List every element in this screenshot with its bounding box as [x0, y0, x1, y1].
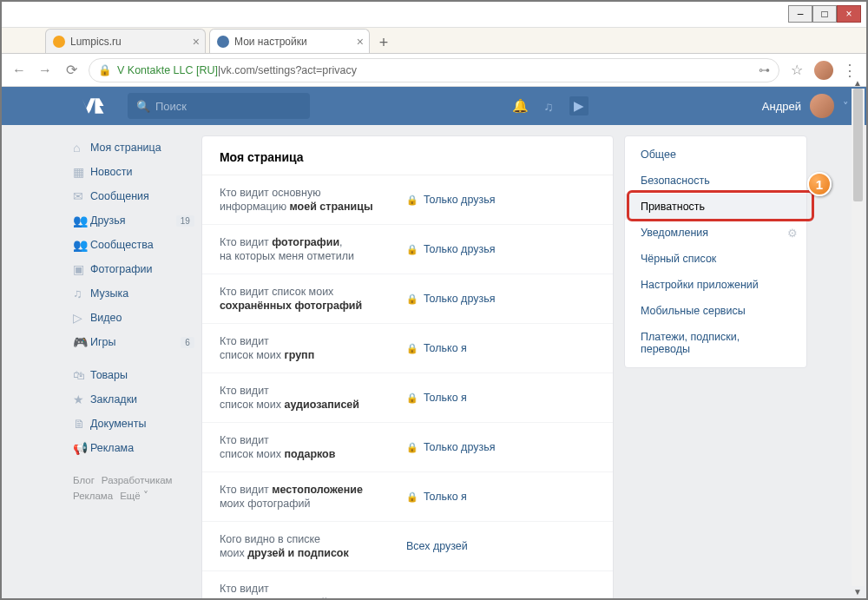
- play-icon[interactable]: ▶: [569, 96, 589, 115]
- right-col: ОбщееБезопасностьПриватностьУведомления⚙…: [624, 135, 807, 600]
- setting-label: Кто видитсписок моих групп: [220, 334, 406, 362]
- nav-icon: ▦: [73, 165, 90, 179]
- setting-value[interactable]: 🔒Только я: [406, 342, 467, 354]
- setting-label: Кто видит основнуюинформацию моей страни…: [220, 186, 406, 214]
- count-badge: 6: [181, 337, 194, 348]
- vk-logo-icon[interactable]: [80, 97, 106, 115]
- setting-value[interactable]: 🔒Только друзья: [406, 243, 496, 255]
- nav-icon: 🎮: [73, 335, 90, 349]
- search-icon: 🔍: [136, 100, 150, 113]
- search-input[interactable]: 🔍 Поиск: [128, 93, 310, 119]
- tab-Общее[interactable]: Общее: [625, 142, 806, 168]
- sidebar-item-Фотографии[interactable]: ▣Фотографии: [69, 257, 194, 281]
- page-title: Моя страница: [202, 136, 613, 175]
- url-input[interactable]: 🔒 V Kontakte LLC [RU] | vk.com/settings?…: [89, 58, 779, 82]
- user-avatar-icon[interactable]: [810, 94, 834, 118]
- setting-label: Кто видит фотографии,на которых меня отм…: [220, 235, 406, 263]
- tab-close-icon[interactable]: ×: [193, 35, 200, 49]
- url-path: vk.com/settings?act=privacy: [220, 64, 357, 76]
- minimize-button[interactable]: –: [788, 5, 812, 23]
- reload-button[interactable]: ⟳: [62, 62, 80, 78]
- scrollbar[interactable]: ▲ ▼: [852, 89, 865, 586]
- sidebar-item-Сообщества[interactable]: 👥Сообщества: [69, 233, 194, 257]
- setting-label: Кто видитсписок моих подарков: [220, 433, 406, 461]
- privacy-setting-row: Кто видитсписок моих подарков🔒Только дру…: [202, 423, 613, 472]
- nav-icon: 📢: [73, 441, 90, 455]
- lock-icon: 🔒: [406, 244, 418, 255]
- setting-value[interactable]: Всех друзей: [406, 540, 468, 552]
- sidebar-item-Реклама[interactable]: 📢Реклама: [69, 436, 194, 460]
- bell-icon[interactable]: 🔔: [512, 98, 529, 114]
- sidebar-item-Игры[interactable]: 🎮Игры6: [69, 330, 194, 354]
- privacy-setting-row: Кто видит местоположениемоих фотографий🔒…: [202, 472, 613, 522]
- sidebar-item-Новости[interactable]: ▦Новости: [69, 160, 194, 184]
- lock-icon: 🔒: [98, 63, 112, 76]
- profile-avatar-icon[interactable]: [814, 61, 833, 80]
- sidebar-item-Друзья[interactable]: 👥Друзья19: [69, 208, 194, 233]
- maximize-button[interactable]: □: [812, 5, 837, 23]
- url-company: V Kontakte LLC [RU]: [117, 64, 218, 76]
- forward-button[interactable]: →: [36, 63, 54, 78]
- tab-Платежи, подписки, переводы[interactable]: Платежи, подписки, переводы: [625, 324, 806, 362]
- tab-Уведомления[interactable]: Уведомления⚙: [625, 220, 806, 246]
- favicon-icon: [53, 36, 65, 48]
- setting-value[interactable]: 🔒Только я: [406, 491, 467, 503]
- sidebar-item-Музыка[interactable]: ♫Музыка: [69, 281, 194, 306]
- lock-icon: 🔒: [406, 195, 418, 206]
- setting-value[interactable]: 🔒Только друзья: [406, 293, 496, 305]
- privacy-setting-row: Кто видитсписок моих аудиозаписей🔒Только…: [202, 373, 613, 423]
- chevron-down-icon[interactable]: ˅: [843, 100, 849, 113]
- music-icon[interactable]: ♫: [544, 99, 554, 114]
- bookmark-star-icon[interactable]: ☆: [788, 62, 806, 78]
- privacy-setting-row: Кого видно в спискемоих друзей и подписо…: [202, 522, 613, 571]
- app-window: – □ × Lumpics.ru × Мои настройки × + ← →…: [0, 0, 868, 600]
- sidebar-item-Документы[interactable]: 🗎Документы: [69, 412, 194, 436]
- setting-label: Кто видитсписок моих аудиозаписей: [220, 384, 406, 412]
- nav-icon: ✉: [73, 189, 90, 203]
- browser-menu-button[interactable]: ⋮: [842, 61, 858, 80]
- setting-label: Кто видит местоположениемоих фотографий: [220, 483, 406, 511]
- nav-icon: 🛍: [73, 368, 90, 382]
- nav-icon: ▣: [73, 262, 90, 276]
- setting-value[interactable]: 🔒Только я: [406, 392, 467, 404]
- annotation-highlight: [627, 190, 814, 221]
- sidebar-item-Моя страница[interactable]: ⌂Моя страница: [69, 135, 194, 160]
- count-badge: 19: [176, 215, 194, 227]
- tab-strip: Lumpics.ru × Мои настройки × +: [2, 28, 866, 54]
- tab-vk-settings[interactable]: Мои настройки ×: [209, 29, 370, 53]
- setting-value[interactable]: 🔒Только друзья: [406, 194, 496, 206]
- gear-icon[interactable]: ⚙: [787, 227, 798, 240]
- nav-icon: ⌂: [73, 141, 90, 155]
- tab-Настройки приложений[interactable]: Настройки приложений: [625, 272, 806, 298]
- sidebar-item-Товары[interactable]: 🛍Товары: [69, 363, 194, 387]
- back-button[interactable]: ←: [10, 63, 28, 78]
- setting-value[interactable]: 🔒Только друзья: [406, 441, 496, 453]
- left-nav: ⌂Моя страница▦Новости✉Сообщения👥Друзья19…: [69, 125, 194, 600]
- page-body: ⌂Моя страница▦Новости✉Сообщения👥Друзья19…: [2, 125, 866, 600]
- tab-label: Мои настройки: [234, 36, 307, 48]
- lock-icon: 🔒: [406, 392, 418, 404]
- scroll-down-icon[interactable]: ▼: [853, 587, 862, 597]
- setting-label: Кто видитмоих скрытых друзей: [220, 582, 406, 600]
- setting-label: Кто видит список моихсохранённых фотогра…: [220, 285, 406, 313]
- privacy-setting-row: Кто видит основнуюинформацию моей страни…: [202, 175, 613, 225]
- sidebar-item-Закладки[interactable]: ★Закладки: [69, 387, 194, 412]
- nav-icon: 👥: [73, 238, 90, 252]
- close-button[interactable]: ×: [837, 5, 861, 23]
- lock-icon: 🔒: [406, 442, 418, 453]
- setting-label: Кого видно в спискемоих друзей и подписо…: [220, 532, 406, 560]
- window-title-bar: – □ ×: [2, 2, 866, 28]
- scroll-thumb[interactable]: [853, 89, 863, 201]
- settings-tabs-menu: ОбщееБезопасностьПриватностьУведомления⚙…: [624, 135, 807, 368]
- privacy-setting-row: Кто видит фотографии,на которых меня отм…: [202, 225, 613, 274]
- tab-close-icon[interactable]: ×: [357, 35, 364, 49]
- sidebar-item-Видео[interactable]: ▷Видео: [69, 306, 194, 330]
- tab-lumpics[interactable]: Lumpics.ru ×: [45, 29, 206, 53]
- scroll-up-icon[interactable]: ▲: [853, 78, 862, 88]
- sidebar-item-Сообщения[interactable]: ✉Сообщения: [69, 184, 194, 208]
- username-label[interactable]: Андрей: [762, 100, 801, 113]
- new-tab-button[interactable]: +: [373, 32, 394, 53]
- tab-Чёрный список[interactable]: Чёрный список: [625, 246, 806, 272]
- tab-Мобильные сервисы[interactable]: Мобильные сервисы: [625, 298, 806, 324]
- privacy-setting-row: Кто видитсписок моих групп🔒Только я: [202, 324, 613, 373]
